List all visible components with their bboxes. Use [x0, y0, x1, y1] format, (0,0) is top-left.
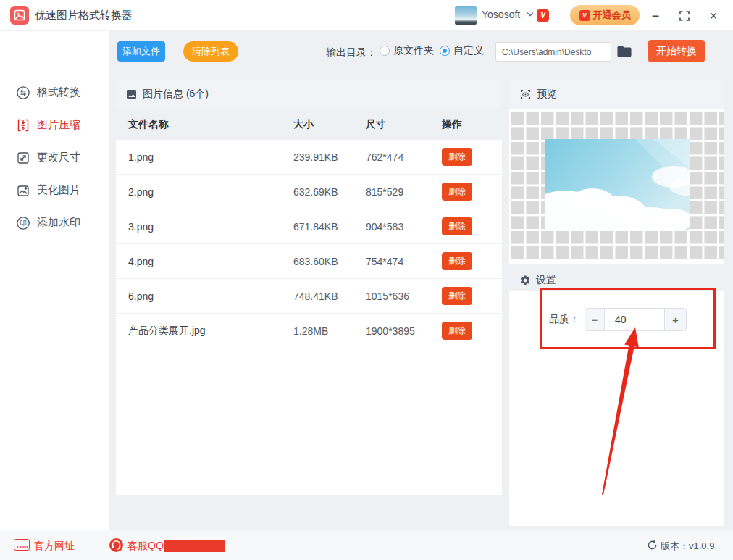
version-text: 版本：v1.0.9 — [661, 540, 714, 553]
app-title: 优速图片格式转换器 — [35, 9, 133, 22]
svg-text:印: 印 — [20, 219, 27, 227]
delete-button[interactable]: 删除 — [442, 148, 472, 166]
format-convert-icon — [16, 85, 30, 100]
open-membership-button[interactable]: V 开通会员 — [570, 5, 640, 25]
customer-service-headset-icon — [109, 538, 124, 553]
watermark-icon: 印 — [16, 216, 30, 230]
sidebar-item-label: 更改尺寸 — [37, 151, 80, 164]
table-header-row: 文件名称 大小 尺寸 操作 — [116, 109, 502, 140]
radio-circle-checked-icon — [440, 46, 450, 56]
folder-icon[interactable] — [616, 44, 632, 59]
file-size: 683.60KB — [293, 256, 338, 267]
file-name: 4.png — [128, 256, 154, 267]
clear-list-button[interactable]: 清除列表 — [183, 41, 238, 62]
delete-button[interactable]: 删除 — [442, 252, 472, 270]
resize-icon — [16, 151, 30, 165]
sidebar-item-watermark[interactable]: 印 添加水印 — [0, 206, 109, 239]
radio-custom-label: 自定义 — [453, 44, 484, 57]
col-action: 操作 — [442, 118, 462, 131]
file-size: 748.41KB — [293, 291, 338, 302]
quality-row: 品质： − + — [509, 308, 724, 331]
chevron-down-icon[interactable] — [527, 11, 534, 18]
app-logo-icon — [10, 6, 29, 25]
file-dims: 904*583 — [366, 221, 403, 233]
delete-button[interactable]: 删除 — [442, 322, 472, 340]
close-button[interactable]: × — [704, 7, 723, 25]
qq-number-redacted-block — [164, 540, 225, 552]
file-dims: 754*474 — [366, 256, 403, 267]
preview-panel: 预览 — [509, 80, 724, 264]
sidebar-item-resize[interactable]: 更改尺寸 — [0, 141, 109, 174]
transparency-checkerboard — [509, 110, 724, 259]
preview-header: 预览 — [509, 80, 724, 109]
settings-header: 设置 — [509, 269, 724, 291]
sidebar-item-label: 添加水印 — [37, 216, 80, 230]
title-bar: 优速图片格式转换器 Yososoft V V 开通会员 − × — [0, 0, 733, 30]
vip-badge-icon: V — [537, 9, 549, 22]
delete-button[interactable]: 删除 — [442, 287, 472, 305]
image-info-icon — [126, 88, 138, 100]
preview-image[interactable] — [545, 139, 690, 230]
version-number: v1.0.9 — [689, 540, 714, 551]
app-window: 优速图片格式转换器 Yososoft V V 开通会员 − × 格式转换 图片压… — [0, 0, 733, 560]
add-files-button[interactable]: 添加文件 — [117, 41, 165, 62]
col-name: 文件名称 — [128, 118, 169, 131]
radio-original-label: 原文件夹 — [393, 44, 434, 57]
delete-button[interactable]: 删除 — [442, 217, 472, 235]
account-name[interactable]: Yososoft — [482, 9, 520, 20]
file-panel-title: 图片信息 (6个) — [143, 88, 209, 101]
minimize-button[interactable]: − — [646, 7, 665, 25]
vip-mini-icon: V — [579, 10, 590, 21]
sidebar-item-image-compress[interactable]: 图片压缩 — [0, 109, 109, 141]
quality-decrease-button[interactable]: − — [585, 308, 605, 331]
user-avatar[interactable] — [455, 6, 477, 25]
quality-input[interactable] — [605, 308, 664, 331]
file-size: 671.84KB — [293, 221, 338, 233]
file-info-panel: 图片信息 (6个) 文件名称 大小 尺寸 操作 1.png 239.91KB 7… — [116, 80, 502, 495]
radio-original-folder[interactable]: 原文件夹 — [380, 44, 434, 57]
settings-panel: 设置 品质： − + — [509, 269, 724, 526]
sidebar-item-format-convert[interactable]: 格式转换 — [0, 76, 109, 109]
quality-stepper: − + — [585, 308, 687, 331]
delete-button[interactable]: 删除 — [442, 183, 472, 201]
col-size: 大小 — [293, 118, 314, 131]
maximize-button[interactable] — [675, 7, 694, 25]
sidebar: 格式转换 图片压缩 更改尺寸 美化图片 印 添加水印 — [0, 31, 109, 530]
customer-service-qq-label: 客服QQ: — [127, 540, 167, 553]
website-com-icon: .com — [14, 539, 30, 551]
file-name: 产品分类展开.jpg — [128, 325, 206, 338]
version-refresh-icon[interactable] — [647, 540, 658, 551]
file-name: 1.png — [128, 151, 154, 163]
image-compress-icon — [16, 118, 30, 133]
table-row: 6.png 748.41KB 1015*636 删除 — [116, 279, 502, 314]
radio-custom-folder[interactable]: 自定义 — [440, 44, 484, 57]
output-dir-label: 输出目录： — [326, 46, 377, 59]
gear-icon — [519, 275, 531, 286]
file-dims: 1015*636 — [366, 291, 409, 302]
file-name: 6.png — [128, 291, 154, 302]
table-row: 2.png 632.69KB 815*529 删除 — [116, 175, 502, 209]
sidebar-item-label: 美化图片 — [37, 183, 80, 197]
file-name: 3.png — [128, 221, 154, 233]
settings-title: 设置 — [536, 274, 556, 287]
official-website-link[interactable]: 官方网址 — [34, 540, 75, 553]
file-panel-header: 图片信息 (6个) — [116, 80, 502, 109]
sidebar-item-label: 图片压缩 — [37, 118, 80, 132]
file-size: 1.28MB — [293, 325, 328, 337]
table-row: 4.png 683.60KB 754*474 删除 — [116, 244, 502, 279]
version-label: 版本： — [661, 540, 689, 551]
sidebar-item-beautify[interactable]: 美化图片 — [0, 174, 109, 206]
quality-increase-button[interactable]: + — [664, 308, 687, 331]
open-membership-label: 开通会员 — [593, 9, 631, 22]
quality-label: 品质： — [549, 313, 579, 326]
start-convert-button[interactable]: 开始转换 — [648, 40, 705, 62]
file-dims: 1900*3895 — [366, 325, 415, 337]
table-row: 3.png 671.84KB 904*583 删除 — [116, 209, 502, 244]
file-size: 632.69KB — [293, 186, 338, 198]
file-name: 2.png — [128, 186, 154, 198]
radio-circle-icon — [380, 46, 390, 56]
table-row: 1.png 239.91KB 762*474 删除 — [116, 140, 502, 175]
file-dims: 815*529 — [366, 186, 403, 198]
output-path-input[interactable] — [495, 42, 611, 62]
file-size: 239.91KB — [293, 151, 338, 163]
